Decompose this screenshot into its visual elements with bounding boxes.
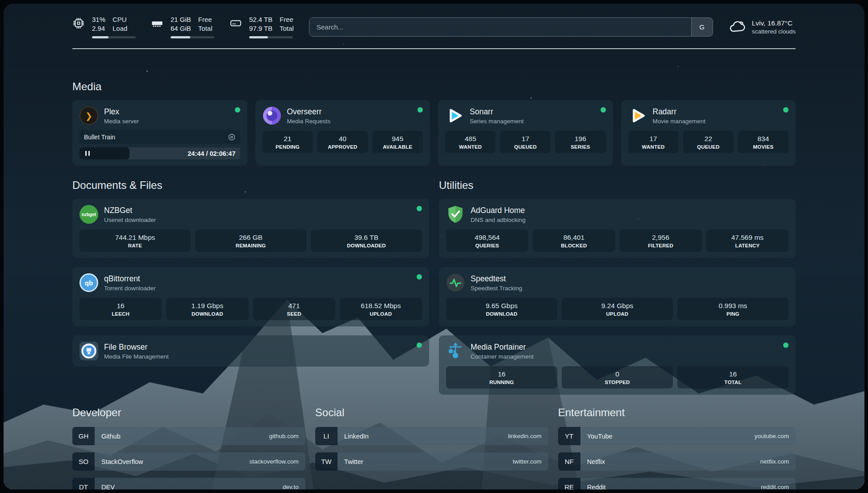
disk-usage-bar	[249, 36, 293, 38]
section-title-media: Media	[72, 80, 796, 93]
service-subtitle: Speedtest Tracking	[471, 285, 522, 292]
bookmark-github[interactable]: GH Github github.com	[72, 427, 305, 445]
service-name: File Browser	[104, 343, 169, 352]
search-input[interactable]	[309, 18, 691, 36]
bookmark-url: linkedin.com	[508, 433, 542, 439]
bookmark-name: Netflix	[587, 458, 605, 465]
qbittorrent-card[interactable]: qb qBittorrent Torrent downloader 16 LEE…	[72, 267, 429, 326]
bookmark-dev[interactable]: DT DEV dev.to	[72, 478, 305, 489]
status-dot	[783, 343, 789, 348]
stat-label: LATENCY	[708, 243, 787, 248]
stat-label: DOWNLOAD	[168, 311, 246, 317]
stat-label: REMAINING	[197, 243, 305, 248]
stat-box: 9.65 Gbps DOWNLOAD	[446, 298, 557, 320]
search-provider-button[interactable]: G	[691, 18, 713, 36]
stat-label: UPLOAD	[342, 311, 420, 317]
bookmark-url: twitter.com	[513, 458, 542, 465]
section-title-social: Social	[315, 406, 548, 419]
overseerr-card[interactable]: Overseerr Media Requests 21 PENDING 40 A…	[255, 100, 430, 166]
stat-label: SERIES	[557, 144, 604, 150]
stat-value: 16	[81, 302, 160, 310]
stat-label: QUEUED	[502, 144, 549, 150]
bookmark-youtube[interactable]: YT YouTube youtube.com	[558, 427, 796, 445]
stat-label: RUNNING	[448, 380, 555, 385]
bookmark-abbr: TW	[315, 452, 338, 471]
stat-label: PENDING	[264, 144, 311, 150]
bookmark-twitter[interactable]: TW Twitter twitter.com	[315, 452, 548, 471]
utilities-column: Utilities AdGuard Home DNS and	[439, 179, 796, 395]
stat-label: AVAILABLE	[374, 144, 421, 150]
top-bar: 31% 2.94 CPU Load	[72, 4, 796, 38]
stat-box: 0 STOPPED	[562, 366, 673, 389]
section-title-developer: Developer	[72, 406, 305, 419]
stat-box: 945 AVAILABLE	[372, 131, 423, 153]
stat-label: TOTAL	[679, 380, 787, 385]
pause-button[interactable]	[79, 147, 129, 159]
cpu-load-value: 2.94	[92, 24, 105, 33]
status-dot	[601, 107, 606, 113]
stat-box: 196 SERIES	[555, 131, 605, 153]
service-name: Plex	[104, 107, 139, 117]
bookmark-stackoverflow[interactable]: SO StackOverflow stackoverflow.com	[72, 452, 305, 471]
bookmark-abbr: SO	[72, 452, 95, 471]
stat-value: 2,956	[622, 234, 700, 242]
portainer-card[interactable]: Media Portainer Container management 16 …	[439, 335, 796, 395]
stat-label: DOWNLOADED	[313, 243, 420, 248]
filebrowser-icon	[79, 342, 98, 360]
service-subtitle: Container management	[471, 353, 534, 360]
service-subtitle: Movie management	[653, 118, 706, 125]
service-subtitle: Media File Management	[104, 353, 169, 360]
disk-free-value: 52.4 TB	[249, 15, 272, 24]
stat-label: STOPPED	[563, 380, 671, 385]
bookmark-netflix[interactable]: NF Netflix netflix.com	[558, 452, 796, 471]
stat-box: 86,401 BLOCKED	[533, 230, 615, 252]
bookmark-name: Github	[101, 433, 121, 440]
service-subtitle: Usenet downloader	[104, 217, 156, 223]
playback-time: 24:44 / 02:06:47	[188, 150, 240, 157]
stat-value: 17	[502, 135, 549, 143]
stat-value: 86,401	[534, 234, 613, 242]
adguard-card[interactable]: AdGuard Home DNS and adblocking 498,564 …	[439, 199, 796, 258]
stat-value: 39.6 TB	[313, 234, 420, 242]
stat-box: 47.569 ms LATENCY	[706, 230, 789, 252]
cpu-usage-value: 31%	[92, 15, 105, 24]
speedtest-icon	[446, 273, 465, 292]
cpu-load-label: Load	[113, 24, 127, 33]
media-card-grid: ❯ Plex Media server Bullet Train	[72, 100, 796, 166]
stat-box: 0.993 ms PING	[677, 298, 789, 320]
stat-label: APPROVED	[319, 144, 366, 150]
stat-box: 22 QUEUED	[683, 131, 734, 153]
service-name: Media Portainer	[471, 343, 534, 352]
portainer-icon	[446, 342, 465, 360]
stat-value: 1.19 Gbps	[168, 302, 246, 310]
stat-label: WANTED	[630, 144, 677, 150]
filebrowser-card[interactable]: File Browser Media File Management	[72, 335, 429, 367]
stat-value: 498,564	[448, 234, 526, 242]
stat-value: 266 GB	[197, 234, 305, 242]
bookmark-abbr: DT	[72, 478, 95, 489]
search-bar[interactable]: G	[309, 17, 713, 37]
overseerr-icon	[263, 106, 281, 125]
nzbget-card[interactable]: nzbget NZBGet Usenet downloader 744.21 M…	[72, 199, 429, 258]
speedtest-card[interactable]: Speedtest Speedtest Tracking 9.65 Gbps D…	[439, 267, 796, 326]
bookmark-abbr: LI	[315, 427, 338, 445]
memory-widget: 21 GiB 64 GiB Free Total	[151, 15, 214, 38]
stat-label: BLOCKED	[534, 243, 613, 248]
stat-label: SEED	[255, 311, 334, 317]
stat-value: 16	[448, 370, 555, 378]
disk-total-label: Total	[280, 24, 294, 33]
radarr-card[interactable]: Radarr Movie management 17 WANTED 22 QUE…	[621, 100, 796, 166]
status-dot	[417, 107, 423, 113]
memory-free-value: 21 GiB	[171, 15, 191, 24]
bookmark-linkedin[interactable]: LI LinkedIn linkedin.com	[315, 427, 548, 445]
sonarr-card[interactable]: Sonarr Series management 485 WANTED 17 Q…	[438, 100, 613, 166]
stat-box: 16 LEECH	[79, 298, 162, 320]
bookmark-reddit[interactable]: RE Reddit reddit.com	[558, 478, 796, 489]
plex-card[interactable]: ❯ Plex Media server Bullet Train	[72, 100, 247, 166]
stat-label: MOVIES	[740, 144, 787, 150]
stat-value: 21	[264, 135, 311, 143]
topbar-divider	[72, 48, 796, 49]
stat-box: 471 SEED	[253, 298, 335, 320]
now-playing-row: Bullet Train	[79, 130, 240, 144]
dashboard-root: 31% 2.94 CPU Load	[4, 4, 864, 489]
